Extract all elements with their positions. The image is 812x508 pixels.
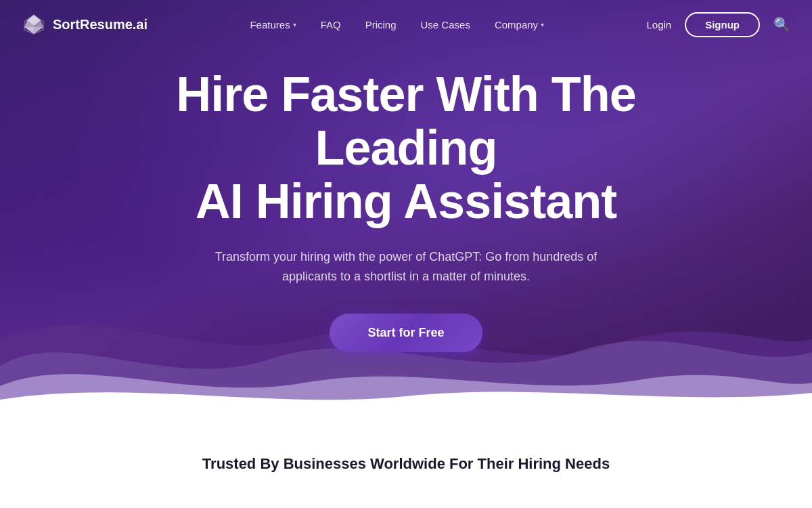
trusted-heading: Trusted By Businesses Worldwide For Thei… bbox=[202, 455, 610, 473]
trusted-section: Trusted By Businesses Worldwide For Thei… bbox=[0, 420, 812, 508]
search-button[interactable]: 🔍 bbox=[773, 16, 790, 33]
nav-item-company[interactable]: Company ▾ bbox=[495, 19, 544, 30]
nav-item-faq[interactable]: FAQ bbox=[321, 19, 341, 30]
company-chevron-icon: ▾ bbox=[541, 21, 544, 28]
nav-link-company[interactable]: Company ▾ bbox=[495, 19, 544, 30]
logo-icon bbox=[22, 12, 46, 37]
features-chevron-icon: ▾ bbox=[293, 21, 296, 28]
start-free-button[interactable]: Start for Free bbox=[330, 314, 482, 352]
signup-button[interactable]: Signup bbox=[685, 12, 760, 37]
logo-link[interactable]: SortResume.ai bbox=[22, 12, 148, 37]
nav-link-faq[interactable]: FAQ bbox=[321, 19, 341, 30]
hero-content: Hire Faster With The Leading AI Hiring A… bbox=[102, 68, 710, 352]
search-icon: 🔍 bbox=[773, 17, 790, 32]
hero-subtitle: Transform your hiring with the power of … bbox=[203, 247, 609, 287]
nav-item-pricing[interactable]: Pricing bbox=[365, 19, 397, 30]
login-button[interactable]: Login bbox=[646, 19, 671, 30]
nav-link-pricing[interactable]: Pricing bbox=[365, 19, 397, 30]
hero-title: Hire Faster With The Leading AI Hiring A… bbox=[115, 68, 697, 229]
nav-link-features[interactable]: Features ▾ bbox=[250, 19, 296, 30]
nav-link-use-cases[interactable]: Use Cases bbox=[421, 19, 470, 30]
nav-right: Login Signup 🔍 bbox=[646, 12, 790, 37]
hero-section: Hire Faster With The Leading AI Hiring A… bbox=[0, 0, 812, 420]
logo-text: SortResume.ai bbox=[53, 17, 148, 33]
nav-links: Features ▾ FAQ Pricing Use Cases Company… bbox=[250, 19, 544, 30]
navbar: SortResume.ai Features ▾ FAQ Pricing Use… bbox=[0, 0, 812, 49]
nav-item-use-cases[interactable]: Use Cases bbox=[421, 19, 470, 30]
nav-item-features[interactable]: Features ▾ bbox=[250, 19, 296, 30]
